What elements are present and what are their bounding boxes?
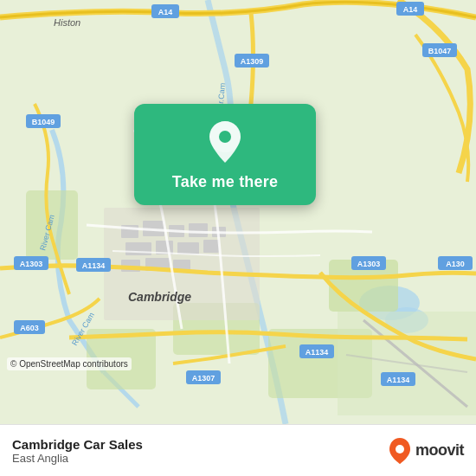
map-attribution: © OpenStreetMap contributors (7, 357, 132, 370)
svg-text:A1307: A1307 (192, 374, 215, 383)
svg-text:A603: A603 (20, 324, 39, 332)
svg-text:B1047: B1047 (428, 47, 452, 55)
svg-rect-20 (203, 240, 219, 253)
svg-text:A130: A130 (446, 260, 465, 268)
svg-rect-15 (189, 223, 208, 237)
svg-text:r.Cam: r.Cam (216, 82, 227, 104)
svg-point-57 (396, 445, 404, 453)
svg-rect-19 (177, 242, 199, 254)
svg-text:Histon: Histon (54, 17, 80, 28)
map-container: A14 A14 A1309 B1049 B1047 A1134 A1303 A1… (0, 0, 476, 424)
svg-text:A1303: A1303 (20, 260, 43, 268)
svg-text:A1134: A1134 (306, 348, 329, 357)
location-name: Cambridge Car Sales (12, 437, 388, 452)
svg-text:Cambridge: Cambridge (128, 290, 191, 304)
svg-point-56 (219, 131, 231, 143)
moovit-brand-text: moovit (415, 441, 464, 460)
svg-text:A1134: A1134 (387, 376, 410, 384)
map-pin-icon (206, 119, 244, 164)
footer-text-block: Cambridge Car Sales East Anglia (12, 437, 388, 465)
svg-text:A1309: A1309 (241, 57, 264, 66)
svg-text:A1134: A1134 (82, 261, 106, 270)
svg-text:A14: A14 (403, 5, 418, 14)
svg-text:B1049: B1049 (32, 118, 55, 126)
svg-rect-17 (125, 242, 151, 255)
svg-text:A14: A14 (158, 8, 173, 16)
location-region: East Anglia (12, 452, 388, 465)
svg-text:A1303: A1303 (357, 260, 381, 268)
take-me-there-card[interactable]: Take me there (134, 104, 316, 205)
moovit-pin-icon (388, 437, 412, 465)
take-me-there-label: Take me there (172, 173, 278, 191)
footer-bar: Cambridge Car Sales East Anglia moovit (0, 424, 476, 476)
moovit-logo: moovit (388, 437, 464, 465)
